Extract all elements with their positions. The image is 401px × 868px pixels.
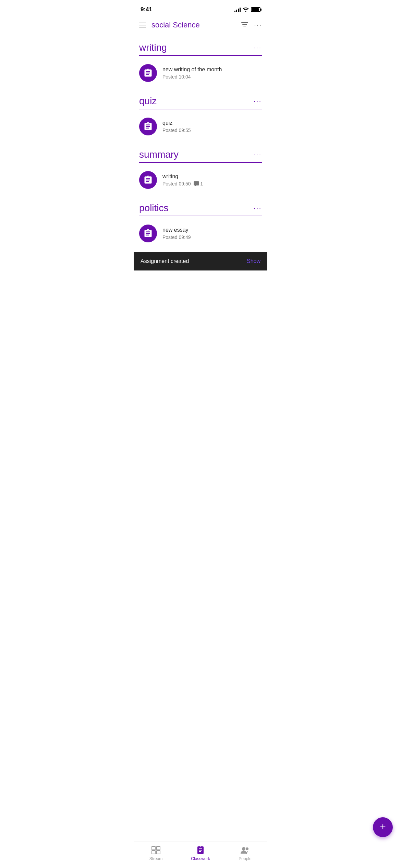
- section-quiz-header: quiz ···: [139, 89, 262, 109]
- assignment-info: quiz Posted 09:55: [162, 120, 262, 133]
- section-summary: summary ··· writing Posted 09:50 1: [134, 142, 267, 196]
- assignment-info: writing Posted 09:50 1: [162, 173, 262, 186]
- nav-left: social Science: [139, 21, 200, 29]
- section-politics-title: politics: [139, 203, 169, 214]
- status-time: 9:41: [141, 6, 152, 13]
- comment-count: 1: [200, 181, 203, 186]
- assignment-info: new essay Posted 09:49: [162, 227, 262, 240]
- section-quiz-divider: [139, 109, 262, 109]
- list-item[interactable]: new essay Posted 09:49: [139, 222, 262, 249]
- section-summary-more[interactable]: ···: [254, 151, 262, 158]
- assignment-icon: [139, 64, 157, 82]
- content-area: writing ··· new writing of the month Pos…: [134, 35, 267, 312]
- assignment-meta: Posted 09:50 1: [162, 181, 262, 186]
- assignment-meta: Posted 09:55: [162, 128, 262, 133]
- section-quiz-more[interactable]: ···: [254, 98, 262, 105]
- section-writing-divider: [139, 55, 262, 56]
- assignment-icon: [139, 171, 157, 189]
- list-item[interactable]: writing Posted 09:50 1: [139, 168, 262, 196]
- section-writing-more[interactable]: ···: [254, 44, 262, 51]
- comment-badge: 1: [194, 181, 203, 186]
- filter-icon[interactable]: [241, 21, 248, 29]
- assignment-posted: Posted 10:04: [162, 74, 191, 80]
- assignment-title: new essay: [162, 227, 262, 233]
- section-summary-title: summary: [139, 149, 179, 160]
- nav-right: ···: [241, 21, 262, 29]
- list-item[interactable]: quiz Posted 09:55: [139, 115, 262, 142]
- section-summary-divider: [139, 162, 262, 163]
- section-politics-header: politics ···: [139, 196, 262, 216]
- menu-icon[interactable]: [139, 23, 146, 27]
- assignment-posted: Posted 09:49: [162, 234, 191, 240]
- assignment-info: new writing of the month Posted 10:04: [162, 67, 262, 80]
- section-writing-header: writing ···: [139, 35, 262, 55]
- status-bar: 9:41: [134, 0, 267, 17]
- app-title: social Science: [151, 21, 200, 29]
- assignment-posted: Posted 09:55: [162, 128, 191, 133]
- section-politics-divider: [139, 216, 262, 216]
- signal-icon: [234, 7, 241, 12]
- assignment-meta: Posted 09:49: [162, 234, 262, 240]
- assignment-meta: Posted 10:04: [162, 74, 262, 80]
- section-writing-title: writing: [139, 42, 167, 53]
- section-quiz: quiz ··· quiz Posted 09:55: [134, 89, 267, 142]
- section-writing: writing ··· new writing of the month Pos…: [134, 35, 267, 89]
- wifi-icon: [243, 7, 249, 13]
- section-quiz-title: quiz: [139, 96, 157, 107]
- assignment-icon: [139, 225, 157, 242]
- section-politics-more[interactable]: ···: [254, 205, 262, 212]
- toast-message: Assignment created: [141, 258, 189, 264]
- assignment-title: quiz: [162, 120, 262, 126]
- status-icons: [234, 7, 260, 13]
- list-item[interactable]: new writing of the month Posted 10:04: [139, 61, 262, 89]
- assignment-title: new writing of the month: [162, 67, 262, 73]
- section-summary-header: summary ···: [139, 142, 262, 162]
- top-nav: social Science ···: [134, 17, 267, 35]
- assignment-icon: [139, 118, 157, 135]
- toast-show-button[interactable]: Show: [247, 258, 260, 264]
- toast-notification: Assignment created Show: [134, 252, 267, 270]
- assignment-title: writing: [162, 173, 262, 180]
- section-politics: politics ··· new essay Posted 09:49: [134, 196, 267, 249]
- battery-icon: [251, 7, 260, 12]
- options-icon[interactable]: ···: [254, 21, 262, 29]
- assignment-posted: Posted 09:50: [162, 181, 191, 186]
